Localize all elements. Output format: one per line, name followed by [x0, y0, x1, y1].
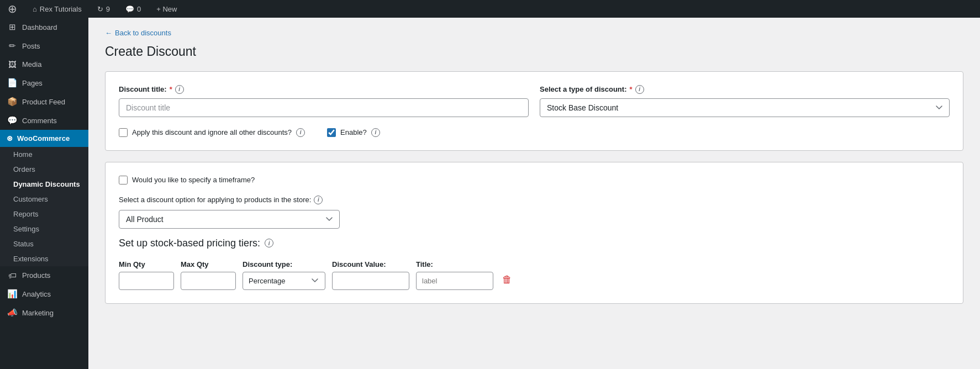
enable-checkbox[interactable] [327, 128, 336, 137]
updates-button[interactable]: ↻ 9 [94, 0, 113, 18]
back-to-discounts-link[interactable]: ← Back to discounts [105, 29, 171, 37]
sidebar-item-label: Product Feed [22, 98, 65, 106]
timeframe-checkbox[interactable] [119, 176, 128, 184]
discount-title-col: Discount title: * i [119, 85, 529, 117]
site-name-button[interactable]: ⌂ Rex Tutorials [29, 0, 85, 18]
sidebar-item-comments[interactable]: 💬 Comments [0, 111, 88, 130]
sidebar: ⊞ Dashboard ✏ Posts 🖼 Media 📄 Pages 📦 Pr… [0, 18, 88, 369]
sidebar-item-posts[interactable]: ✏ Posts [0, 36, 88, 55]
sidebar-item-media[interactable]: 🖼 Media [0, 55, 88, 73]
woocommerce-section: ⊛ WooCommerce Home Orders Dynamic Discou… [0, 130, 88, 266]
title-required-star: * [170, 85, 172, 93]
woocommerce-header[interactable]: ⊛ WooCommerce [0, 130, 88, 147]
title-type-row: Discount title: * i Select a type of dis… [119, 85, 950, 117]
apply-ignore-checkbox[interactable] [119, 128, 128, 137]
sidebar-item-customers[interactable]: Customers [0, 192, 88, 207]
comments-count: 0 [137, 5, 141, 13]
timeframe-checkbox-row[interactable]: Would you like to specify a timeframe? [119, 176, 950, 184]
product-option-info-icon[interactable]: i [314, 196, 323, 204]
discount-title-label: Discount title: [119, 85, 167, 93]
trash-icon: 🗑 [502, 274, 512, 286]
sidebar-item-products[interactable]: 🏷 Products [0, 266, 88, 284]
sidebar-item-label: Comments [22, 117, 57, 125]
back-link-label: Back to discounts [115, 29, 171, 37]
site-name: Rex Tutorials [40, 5, 82, 13]
tier-row: Min Qty Max Qty Discount type: Percentag… [119, 260, 950, 290]
discount-type-label-row: Select a type of discount: * i [540, 85, 950, 94]
discount-type-label: Select a type of discount: [540, 85, 626, 93]
comments-nav-icon: 💬 [7, 115, 18, 125]
woocommerce-label: WooCommerce [17, 134, 70, 143]
discount-type-col: Select a type of discount: * i Stock Bas… [540, 85, 950, 117]
sidebar-item-pages[interactable]: 📄 Pages [0, 73, 88, 92]
analytics-icon: 📊 [7, 289, 18, 299]
max-qty-col: Max Qty [181, 260, 236, 290]
sidebar-item-dashboard[interactable]: ⊞ Dashboard [0, 18, 88, 36]
sidebar-item-label: Posts [22, 42, 40, 50]
sidebar-item-orders[interactable]: Orders [0, 162, 88, 177]
wp-icon: ⊕ [8, 2, 17, 15]
sidebar-item-dynamic-discounts[interactable]: Dynamic Discounts [0, 177, 88, 192]
discount-type-tier-col: Discount type: Percentage Fixed [243, 260, 325, 290]
min-qty-input[interactable] [119, 272, 174, 290]
sidebar-item-analytics[interactable]: 📊 Analytics [0, 284, 88, 303]
comments-button[interactable]: 💬 0 [122, 0, 144, 18]
discount-type-select[interactable]: Stock Base Discount Percentage Discount … [540, 98, 950, 117]
apply-ignore-checkbox-row[interactable]: Apply this discount and ignore all other… [119, 128, 305, 137]
pricing-config-card: Would you like to specify a timeframe? S… [105, 162, 963, 304]
enable-label: Enable? [340, 128, 367, 136]
marketing-icon: 📣 [7, 308, 18, 318]
enable-checkbox-row[interactable]: Enable? i [327, 128, 380, 137]
title-tier-col: Title: [416, 260, 493, 290]
checkboxes-row: Apply this discount and ignore all other… [119, 128, 950, 137]
min-qty-label: Min Qty [119, 260, 174, 268]
sidebar-item-home[interactable]: Home [0, 147, 88, 162]
posts-icon: ✏ [7, 41, 18, 51]
discount-config-card: Discount title: * i Select a type of dis… [105, 71, 963, 151]
discount-type-tier-select[interactable]: Percentage Fixed [243, 272, 325, 290]
min-qty-col: Min Qty [119, 260, 174, 290]
sidebar-item-marketing[interactable]: 📣 Marketing [0, 303, 88, 322]
apply-ignore-info-icon[interactable]: i [296, 128, 305, 137]
comments-icon: 💬 [125, 5, 134, 13]
max-qty-input[interactable] [181, 272, 236, 290]
product-option-label: Select a discount option for applying to… [119, 196, 311, 204]
house-icon: ⌂ [33, 5, 37, 13]
sidebar-item-label: Analytics [22, 290, 51, 298]
type-info-icon[interactable]: i [635, 85, 644, 94]
discount-title-input[interactable] [119, 98, 529, 117]
discount-value-label: Discount Value: [332, 260, 409, 268]
discount-title-label-row: Discount title: * i [119, 85, 529, 94]
discount-value-col: Discount Value: [332, 260, 409, 290]
discount-value-input[interactable] [332, 272, 409, 290]
title-info-icon[interactable]: i [175, 85, 184, 94]
sidebar-item-label: Pages [22, 79, 43, 87]
pages-icon: 📄 [7, 78, 18, 88]
new-label: + New [156, 5, 177, 13]
new-button[interactable]: + New [153, 0, 180, 18]
title-tier-input[interactable] [416, 272, 493, 290]
sidebar-item-label: Marketing [22, 309, 54, 317]
delete-tier-button[interactable]: 🗑 [500, 270, 514, 290]
product-option-select[interactable]: All Product Specific Products Product Ca… [119, 210, 340, 229]
woo-icon: ⊛ [7, 134, 13, 143]
sidebar-item-product-feed[interactable]: 📦 Product Feed [0, 92, 88, 111]
updates-icon: ↻ [97, 5, 103, 13]
sidebar-item-status[interactable]: Status [0, 236, 88, 251]
admin-bar: ⊕ ⌂ Rex Tutorials ↻ 9 💬 0 + New [0, 0, 980, 18]
timeframe-label: Would you like to specify a timeframe? [132, 176, 255, 184]
products-icon: 🏷 [7, 271, 18, 280]
page-title: Create Discount [105, 44, 963, 60]
type-required-star: * [629, 85, 632, 93]
sidebar-item-settings[interactable]: Settings [0, 222, 88, 236]
sidebar-item-reports[interactable]: Reports [0, 207, 88, 222]
product-feed-icon: 📦 [7, 97, 18, 107]
enable-info-icon[interactable]: i [371, 128, 380, 137]
sidebar-item-extensions[interactable]: Extensions [0, 251, 88, 266]
title-tier-label: Title: [416, 260, 493, 268]
apply-ignore-label: Apply this discount and ignore all other… [132, 128, 292, 136]
wp-logo-button[interactable]: ⊕ [4, 0, 20, 18]
media-icon: 🖼 [7, 60, 18, 69]
discount-type-tier-label: Discount type: [243, 260, 325, 268]
pricing-tiers-info-icon[interactable]: i [265, 239, 273, 247]
